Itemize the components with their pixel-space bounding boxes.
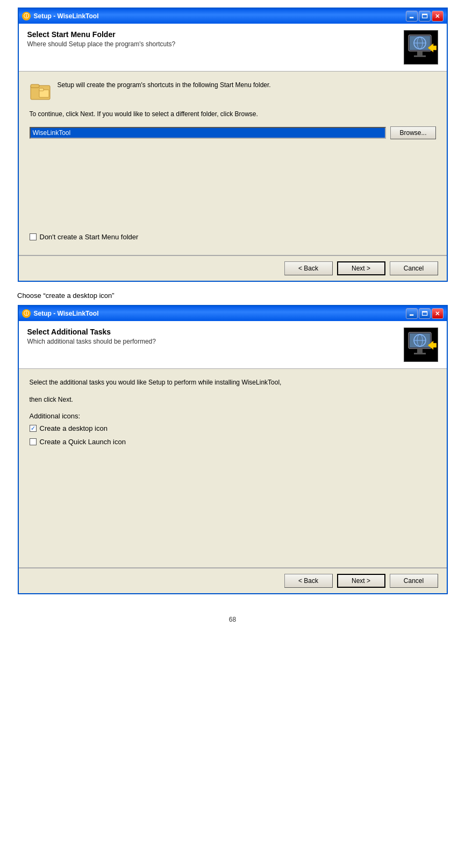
folder-icon: [30, 80, 51, 102]
minimize-button2[interactable]: 🗕: [406, 308, 418, 319]
window1-body: Setup will create the program's shortcut…: [19, 72, 447, 255]
titlebar-buttons1: 🗕 🗖 ✕: [406, 11, 443, 22]
window1-header-subtitle: Where should Setup place the program's s…: [27, 40, 176, 48]
additional-icons-text: Additional icons:: [30, 412, 81, 420]
folder-input-row: Browse...: [30, 126, 436, 139]
window1-header-title: Select Start Menu Folder: [27, 30, 176, 39]
page-number-text: 68: [229, 616, 236, 623]
window2-header-subtitle: Which additional tasks should be perform…: [27, 338, 156, 345]
desktop-icon-row[interactable]: ✓ Create a desktop icon: [30, 424, 436, 432]
window2-body: Select the additional tasks you would li…: [19, 369, 447, 567]
back-button2[interactable]: < Back: [284, 574, 333, 588]
maximize-button2[interactable]: 🗖: [419, 308, 431, 319]
window1-header: Select Start Menu Folder Where should Se…: [19, 24, 447, 72]
quick-launch-row[interactable]: Create a Quick Launch icon: [30, 438, 436, 446]
quick-launch-checkbox[interactable]: [30, 438, 37, 445]
empty-area2: [30, 451, 436, 559]
svg-rect-15: [414, 353, 426, 354]
no-start-menu-label: Don't create a Start Menu folder: [40, 233, 139, 241]
titlebar-buttons2: 🗕 🗖 ✕: [406, 308, 443, 319]
between-text-content: Choose “create a desktop icon”: [17, 291, 115, 300]
empty-area1: [30, 147, 436, 233]
window2-header: Select Additional Tasks Which additional…: [19, 321, 447, 369]
next-button1[interactable]: Next >: [337, 261, 385, 275]
titlebar2: ⓘ Setup - WiseLinkTool 🗕 🗖 ✕: [19, 306, 447, 321]
window2-footer: < Back Next > Cancel: [19, 568, 447, 593]
window1-title: Setup - WiseLinkTool: [34, 12, 406, 20]
window1-footer: < Back Next > Cancel: [19, 255, 447, 281]
tasks-info-line1: Select the additional tasks you would li…: [30, 378, 436, 387]
next-button2[interactable]: Next >: [337, 574, 385, 588]
window2-title: Setup - WiseLinkTool: [34, 310, 406, 317]
cancel-button1[interactable]: Cancel: [390, 261, 438, 275]
folder-info-text: Setup will create the program's shortcut…: [58, 80, 271, 97]
close-button2[interactable]: ✕: [432, 308, 443, 319]
titlebar1: ⓘ Setup - WiseLinkTool 🗕 🗖 ✕: [19, 9, 447, 24]
folder-row: Setup will create the program's shortcut…: [30, 80, 436, 102]
between-text: Choose “create a desktop icon”: [0, 282, 465, 305]
folder-name-input[interactable]: [30, 127, 387, 139]
minimize-button1[interactable]: 🗕: [406, 11, 418, 22]
window1: ⓘ Setup - WiseLinkTool 🗕 🗖 ✕ Select Star…: [18, 8, 448, 282]
tasks-info-line2: then click Next.: [30, 395, 436, 404]
quick-launch-label: Create a Quick Launch icon: [40, 438, 126, 446]
desktop-icon-label: Create a desktop icon: [40, 424, 108, 432]
svg-rect-11: [39, 88, 44, 91]
no-start-menu-checkbox[interactable]: [30, 233, 37, 240]
svg-rect-3: [414, 55, 426, 57]
browse-button[interactable]: Browse...: [390, 126, 435, 139]
close-button1[interactable]: ✕: [432, 11, 443, 22]
svg-rect-2: [417, 51, 423, 55]
info-line1: Setup will create the program's shortcut…: [58, 80, 271, 90]
page-number: 68: [0, 594, 465, 634]
desktop-icon-checkbox[interactable]: ✓: [30, 425, 37, 432]
info-line2: To continue, click Next. If you would li…: [30, 109, 436, 119]
maximize-button1[interactable]: 🗖: [419, 11, 431, 22]
header-icon2: [404, 328, 438, 362]
svg-rect-14: [417, 348, 423, 353]
app-icon2: ⓘ: [22, 309, 31, 318]
window2: ⓘ Setup - WiseLinkTool 🗕 🗖 ✕ Select Addi…: [18, 305, 448, 594]
cancel-button2[interactable]: Cancel: [390, 574, 438, 588]
additional-icons-label: Additional icons:: [30, 412, 436, 420]
svg-rect-9: [31, 84, 39, 88]
no-start-menu-row[interactable]: Don't create a Start Menu folder: [30, 233, 436, 241]
back-button1[interactable]: < Back: [284, 261, 333, 275]
app-icon1: ⓘ: [22, 12, 31, 20]
window2-header-title: Select Additional Tasks: [27, 328, 156, 336]
header-icon1: [404, 30, 438, 65]
